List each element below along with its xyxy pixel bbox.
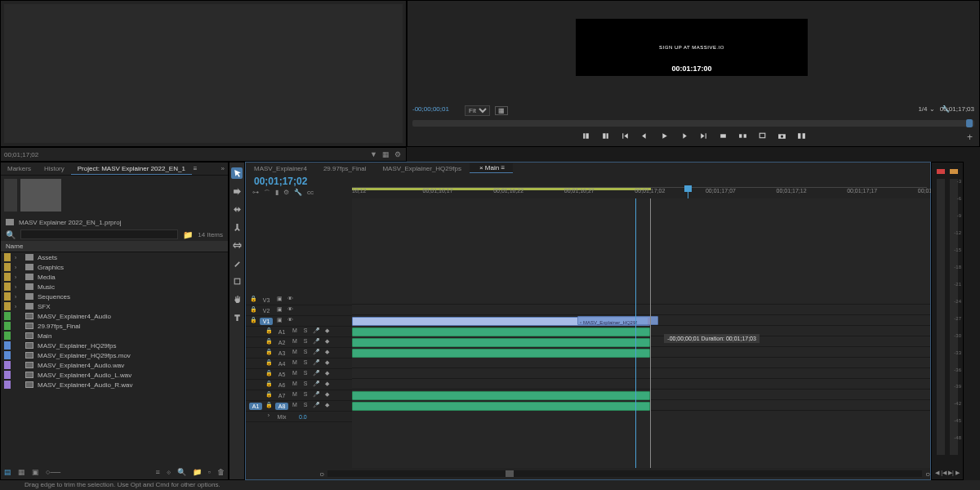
seq-tab-3[interactable]: × Main ≡ (470, 163, 513, 173)
lock-icon[interactable]: 🔒 (265, 359, 273, 368)
selection-tool[interactable] (231, 167, 243, 179)
voice-over-icon[interactable]: 🎤 (312, 370, 320, 378)
item-row[interactable]: 29.97fps_Final (1, 321, 228, 331)
zoom-in-icon[interactable]: ○ (925, 470, 930, 479)
lock-icon[interactable]: 🔒 (265, 381, 273, 389)
clip-indicator-left[interactable] (937, 169, 945, 174)
track-lane[interactable] (352, 380, 930, 390)
export-frame-button[interactable] (757, 131, 767, 140)
step-back-button[interactable] (639, 131, 649, 140)
track-target[interactable]: A7 (275, 392, 288, 399)
tab-menu-icon[interactable]: ≡ (501, 164, 505, 172)
video-track-header[interactable]: 🔒V3▣👁 (246, 295, 352, 305)
lift-button[interactable] (718, 131, 728, 140)
settings-icon[interactable]: ⚙ (283, 189, 289, 198)
track-lane[interactable] (352, 390, 930, 400)
zoom-fit-select[interactable]: Fit ▦ (465, 105, 508, 116)
program-monitor[interactable]: SIGN UP AT MASSIVE.IO 00:01:17:00 -00;00… (407, 0, 980, 147)
video-clip-label[interactable]: ▫ MASV_Explainer_HQ29f (577, 316, 658, 325)
solo-button[interactable]: S (301, 327, 310, 336)
seq-tab-1[interactable]: 29.97fps_Final (315, 164, 374, 173)
meter-next-icon[interactable]: ▶| (948, 470, 954, 476)
wrench-icon[interactable]: 🔧 (294, 189, 302, 198)
solo-button[interactable]: S (301, 338, 310, 346)
voice-over-icon[interactable]: 🎤 (312, 391, 320, 399)
new-bin-icon[interactable]: 📁 (183, 230, 193, 239)
track-target[interactable]: A2 (275, 339, 288, 346)
item-row[interactable]: MASV_Explainer4_Audio_L.wav (1, 370, 228, 380)
track-lane[interactable] (352, 348, 930, 358)
audio-track-header[interactable]: 🔒A7MS🎤◆ (246, 390, 352, 401)
new-item-button[interactable]: ▫ (208, 468, 211, 476)
lock-icon[interactable]: 🔒 (265, 370, 273, 378)
freeform-view-icon[interactable]: ▣ (32, 468, 39, 476)
toggle-output[interactable]: ▣ (275, 306, 283, 314)
project-list[interactable]: ›Assets›Graphics›Media›Music›Sequences›S… (1, 252, 228, 390)
voice-over-icon[interactable]: 🎤 (312, 402, 320, 410)
snap-icon[interactable]: ⊶ (252, 189, 259, 198)
bin-row[interactable]: ›SFX (1, 301, 228, 311)
solo-button[interactable]: S (301, 391, 310, 399)
solo-button[interactable]: S (301, 349, 310, 357)
track-target[interactable]: A4 (275, 360, 288, 368)
keyframe-icon[interactable]: ◆ (323, 370, 331, 378)
track-target[interactable]: A8 (275, 403, 288, 410)
track-target[interactable]: V1 (260, 318, 273, 325)
lock-icon[interactable]: 🔒 (265, 349, 273, 357)
track-target[interactable]: V3 (260, 296, 273, 304)
solo-button[interactable]: S (301, 359, 310, 368)
lock-icon[interactable]: 🔒 (249, 306, 257, 314)
lock-icon[interactable]: 🔒 (265, 327, 273, 336)
go-to-in-button[interactable] (620, 131, 630, 140)
expand-arrow-icon[interactable]: › (15, 284, 21, 290)
source-patch[interactable]: A1 (249, 403, 262, 410)
lock-icon[interactable]: 🔒 (249, 296, 257, 304)
toggle-output[interactable]: ▣ (275, 296, 283, 304)
keyframe-icon[interactable]: ◆ (323, 381, 331, 389)
tabs-overflow-icon[interactable]: » (221, 165, 225, 172)
sort-icon[interactable]: ≡ (156, 468, 160, 476)
timeline-panel[interactable]: MASV_Explainer4 29.97fps_Final MASV_Expl… (245, 162, 931, 480)
solo-button[interactable]: S (301, 381, 310, 389)
mute-button[interactable]: M (291, 370, 299, 378)
preview-thumb-small[interactable] (4, 179, 17, 212)
expand-icon[interactable]: › (265, 412, 273, 421)
video-track-header[interactable]: 🔒V2▣👁 (246, 305, 352, 316)
razor-tool[interactable] (231, 221, 243, 233)
track-lane[interactable] (352, 369, 930, 379)
clip-indicator-right[interactable] (950, 169, 958, 174)
item-row[interactable]: Main (1, 331, 228, 341)
step-fwd-button[interactable] (679, 131, 688, 140)
audio-track-header[interactable]: 🔒A5MS🎤◆ (246, 369, 352, 380)
voice-over-icon[interactable]: 🎤 (312, 338, 320, 346)
tab-history[interactable]: History (38, 163, 71, 174)
keyframe-icon[interactable]: ◆ (323, 391, 331, 399)
slip-tool[interactable] (231, 239, 243, 251)
bin-row[interactable]: ›Assets (1, 252, 228, 262)
rectangle-tool[interactable] (231, 275, 243, 287)
project-search-input[interactable] (20, 229, 178, 239)
mute-button[interactable]: M (291, 327, 299, 336)
find-icon[interactable]: 🔍 (177, 468, 186, 476)
pen-tool[interactable] (231, 257, 243, 269)
bin-row[interactable]: ›Sequences (1, 292, 228, 301)
track-lane[interactable] (352, 305, 930, 315)
caption-icon[interactable]: cc (307, 189, 314, 198)
playhead[interactable] (688, 185, 688, 198)
program-tc-right[interactable]: 00;01;17;03 (940, 105, 974, 113)
track-target[interactable]: A1 (275, 328, 288, 336)
voice-over-icon[interactable]: 🎤 (312, 349, 320, 357)
track-lane[interactable] (352, 359, 930, 368)
settings-toggle-icon[interactable]: ▦ (495, 106, 508, 115)
track-target[interactable]: A3 (275, 350, 288, 357)
seq-tab-0[interactable]: MASV_Explainer4 (246, 164, 315, 173)
video-track-header[interactable]: 🔒V1▣👁 (246, 316, 352, 327)
bin-row[interactable]: ›Music (1, 282, 228, 292)
tab-project[interactable]: Project: MASV Explainer 2022_EN_1 (71, 163, 192, 175)
toggle-sync[interactable]: 👁 (286, 296, 294, 304)
project-panel[interactable]: Markers History Project: MASV Explainer … (0, 162, 229, 480)
time-ruler[interactable]: 16;1200;01;16;1700;01;16;2200;01;16;2700… (352, 187, 927, 198)
hand-tool[interactable] (231, 293, 243, 305)
expand-arrow-icon[interactable]: › (15, 255, 21, 261)
audio-track-header[interactable]: A1🔒A8MS🎤◆ (246, 401, 352, 412)
